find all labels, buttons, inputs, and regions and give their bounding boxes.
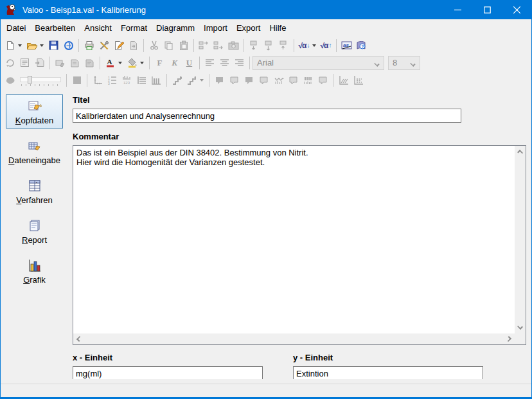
camera-button[interactable] [226, 38, 241, 53]
help-button[interactable]: ? [354, 38, 369, 53]
menu-format[interactable]: Format [116, 21, 152, 35]
menu-ansicht[interactable]: Ansicht [80, 21, 116, 35]
x-einheit-label: x - Einheit [73, 353, 263, 362]
formula-up-button[interactable]: √α↑ [319, 38, 333, 53]
numbered-list-button[interactable]: 123 [105, 73, 120, 87]
maximize-button[interactable] [472, 0, 502, 19]
new-document-button[interactable] [3, 38, 17, 53]
fill-color-button[interactable] [125, 55, 139, 70]
stairs-dropdown[interactable] [200, 79, 204, 82]
save-button[interactable] [46, 38, 61, 53]
cut-button[interactable] [146, 38, 161, 53]
formula-insert-button[interactable]: √α↓ [297, 38, 312, 53]
underline-button[interactable]: U [182, 55, 197, 70]
page-lines-button[interactable] [17, 55, 32, 70]
menu-diagramm[interactable]: Diagramm [152, 21, 199, 35]
font-size-combo[interactable]: 8 [388, 56, 420, 70]
grid-arrow-3-button[interactable] [276, 38, 291, 53]
link-rows-1-button[interactable] [197, 38, 211, 53]
svg-text:3: 3 [108, 82, 110, 85]
import-page-button[interactable] [32, 55, 47, 70]
font-color-dropdown[interactable] [118, 62, 122, 64]
options-tools-button[interactable] [96, 38, 111, 53]
grid-arrow-1-button[interactable] [247, 38, 262, 53]
bubble-outline-4-icon [318, 76, 328, 85]
kommentar-field [73, 145, 526, 345]
sidebar-item-grafik[interactable]: Grafik [6, 254, 63, 288]
bubble-4-button[interactable] [256, 73, 271, 87]
formula-insert-dropdown[interactable] [312, 44, 316, 47]
print-button[interactable] [82, 38, 96, 53]
menu-hilfe[interactable]: Hilfe [265, 21, 290, 35]
autoformat-button[interactable]: as [339, 38, 354, 53]
chart-markers-button[interactable] [271, 73, 286, 87]
menu-bearbeiten[interactable]: Bearbeiten [30, 21, 80, 35]
refresh-page-button[interactable] [126, 38, 141, 53]
x-einheit-input[interactable] [73, 366, 263, 379]
html-preview-button[interactable] [61, 38, 76, 53]
y-einheit-input[interactable] [293, 366, 483, 379]
histogram-123-button[interactable]: 123 [120, 73, 134, 87]
open-file-button[interactable] [24, 38, 39, 53]
filled-square-button[interactable] [69, 73, 84, 87]
cell-edit-2-button[interactable] [67, 55, 82, 70]
bubble-2-button[interactable] [227, 73, 242, 87]
chart-rows-button[interactable] [351, 73, 366, 87]
bold-button[interactable]: F [152, 55, 167, 70]
sidebar-item-kopfdaten[interactable]: Kopfdaten [6, 94, 63, 129]
kommentar-textarea[interactable] [73, 146, 515, 333]
align-left-button[interactable] [202, 55, 217, 70]
mini-bars-button[interactable] [301, 73, 315, 87]
blob-button[interactable] [3, 73, 17, 87]
grid-arrow-2-button[interactable] [262, 38, 276, 53]
scroll-up-icon[interactable] [517, 150, 523, 155]
bubble-1-button[interactable] [212, 73, 227, 87]
cell-edit-3-button[interactable] [82, 55, 97, 70]
sidebar-item-report[interactable]: Report [6, 214, 63, 248]
sidebar-item-dateneingabe[interactable]: Dateneingabe [6, 134, 63, 168]
minimize-button[interactable] [443, 0, 472, 19]
scroll-down-icon[interactable] [517, 324, 523, 330]
chart-hatch-button[interactable] [336, 73, 351, 87]
bubble-5-button[interactable] [286, 73, 301, 87]
slider-track[interactable] [20, 77, 61, 82]
align-right-button[interactable] [232, 55, 247, 70]
stairs-2-button[interactable] [184, 73, 199, 87]
italic-button[interactable]: K [167, 55, 182, 70]
cell-edit-1-button[interactable] [53, 55, 67, 70]
axis-scale-button[interactable] [90, 73, 105, 87]
font-color-button[interactable]: A [103, 55, 118, 70]
scroll-right-icon[interactable] [506, 336, 511, 342]
grid-lines-button[interactable] [134, 73, 149, 87]
bubble-filled-2-icon [244, 76, 254, 85]
font-combo-chevron-icon [374, 61, 379, 66]
align-center-button[interactable] [217, 55, 232, 70]
slider-thumb[interactable] [28, 76, 32, 84]
edit-properties-button[interactable] [111, 38, 126, 53]
column-bars-button[interactable] [149, 73, 164, 87]
copy-button[interactable] [161, 38, 176, 53]
vertical-scrollbar[interactable] [515, 146, 526, 333]
bubble-3-button[interactable] [242, 73, 256, 87]
open-file-dropdown[interactable] [40, 44, 44, 47]
fill-color-dropdown[interactable] [140, 62, 144, 64]
link-rows-1-icon [199, 40, 209, 50]
stairs-1-button[interactable] [170, 73, 184, 87]
autoformat-as-icon: as [341, 40, 352, 51]
new-document-dropdown[interactable] [18, 44, 22, 47]
rotate-page-button[interactable] [3, 55, 17, 70]
menu-export[interactable]: Export [232, 21, 265, 35]
grid-arrow-3-icon [279, 40, 288, 51]
menu-import[interactable]: Import [199, 21, 232, 35]
close-button[interactable] [502, 0, 531, 19]
zoom-slider[interactable] [20, 75, 61, 86]
titel-input[interactable] [73, 109, 461, 123]
sidebar-item-verfahren[interactable]: ▾ Verfahren [6, 174, 63, 208]
menu-datei[interactable]: Datei [2, 21, 30, 35]
bubble-6-button[interactable] [315, 73, 330, 87]
font-name-combo[interactable]: Arial [253, 56, 384, 70]
scroll-left-icon[interactable] [76, 336, 82, 342]
paste-button[interactable] [176, 38, 191, 53]
horizontal-scrollbar[interactable] [73, 333, 515, 344]
link-rows-2-button[interactable] [211, 38, 226, 53]
